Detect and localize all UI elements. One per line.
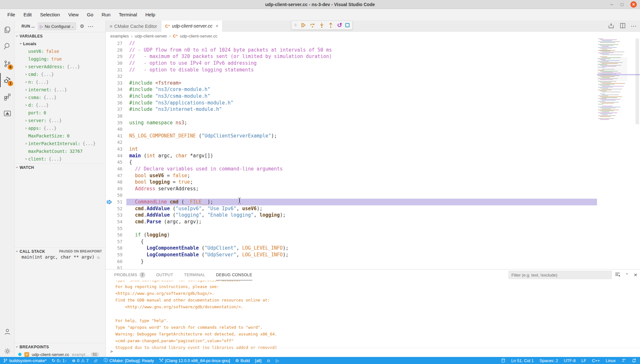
launch-target-item[interactable]: ▷	[276, 358, 279, 363]
cmake-kit-item[interactable]: [Clang 12.0.0 x86_64-pc-linux-gnu]	[159, 358, 230, 363]
line-number[interactable]: 58	[106, 245, 122, 252]
chevron-right-icon[interactable]: ›	[24, 95, 28, 100]
code-line[interactable]: 40	[106, 126, 640, 133]
editor-scrollbar[interactable]	[636, 38, 639, 124]
variable-row[interactable]: ›client:{...}	[14, 155, 106, 163]
settings-gear-icon[interactable]	[0, 344, 14, 358]
language-mode-item[interactable]: C++	[592, 358, 600, 363]
minimize-button[interactable]: –	[609, 1, 615, 8]
step-over-button[interactable]	[309, 22, 316, 28]
variable-row[interactable]: ›d:{...}	[14, 101, 106, 109]
line-number[interactable]: 55	[106, 225, 122, 232]
variable-row[interactable]: ›n:{...}	[14, 78, 106, 86]
variables-section-header[interactable]: › VARIABLES	[14, 32, 106, 40]
split-editor-icon[interactable]	[619, 22, 626, 30]
code-line[interactable]: 57 {	[106, 238, 640, 245]
code-line[interactable]: 32	[106, 73, 640, 80]
line-number[interactable]: 30	[106, 60, 122, 67]
close-tab-icon[interactable]: ×	[216, 23, 218, 29]
continue-button[interactable]	[300, 22, 306, 28]
line-number[interactable]: 45	[106, 159, 122, 166]
code-line[interactable]: 44main (int argc, char *argv[])	[106, 153, 640, 159]
breakpoint-checkbox[interactable]: ✓	[24, 352, 29, 357]
extensions-icon[interactable]	[0, 90, 14, 104]
tab-udp-client-server[interactable]: C⁺ udp-client-server.cc ×	[161, 21, 223, 32]
chevron-right-icon[interactable]: ›	[24, 118, 28, 123]
code-line[interactable]: 38	[106, 113, 640, 120]
menu-help[interactable]: Help	[141, 9, 159, 21]
line-number[interactable]: 36	[106, 100, 122, 106]
line-number[interactable]: 54	[106, 219, 122, 225]
sync-changes-item[interactable]: ↻ 0↓ 1↑	[52, 358, 67, 363]
line-number[interactable]: 32	[106, 73, 122, 80]
line-number[interactable]: 42	[106, 139, 122, 146]
launch-config-dropdown[interactable]: ▷ No Configural ⌄	[38, 22, 76, 30]
problems-item[interactable]: ⊗ 0 ⚠ 7	[72, 358, 88, 363]
cmake-build-item[interactable]: ⚙ Build	[235, 358, 250, 363]
line-number[interactable]: 31	[106, 67, 122, 73]
line-number[interactable]: 34	[106, 86, 122, 93]
line-number[interactable]: 51	[106, 199, 122, 205]
code-line[interactable]: 30// - option to use IPv4 or IPv6 addres…	[106, 60, 640, 67]
line-number[interactable]: 43	[106, 146, 122, 153]
menu-file[interactable]: File	[3, 9, 19, 21]
maximize-panel-icon[interactable]: ⌃	[625, 272, 629, 277]
code-line[interactable]: 36#include "ns3/applications-module.h"	[106, 100, 640, 106]
line-number[interactable]: 53	[106, 212, 122, 219]
code-line[interactable]: 58 LogComponentEnable ("UdpClient", LOG_…	[106, 245, 640, 252]
variable-row[interactable]: MaxPacketSize:0	[14, 132, 106, 140]
cursor-position-item[interactable]: Ln 51, Col 1	[511, 358, 534, 363]
console-filter-input[interactable]	[509, 271, 612, 279]
tab-problems[interactable]: PROBLEMS 7	[114, 269, 145, 280]
clear-console-icon[interactable]	[615, 272, 620, 278]
git-branch-item[interactable]: buildsystem-cmake*	[3, 358, 46, 363]
menu-selection[interactable]: Selection	[36, 9, 64, 21]
watch-section-header[interactable]: › WATCH	[14, 163, 106, 171]
code-line[interactable]: 60 }	[106, 258, 640, 265]
code-line[interactable]: 52 cmd.AddValue ("useIpv6", "Use Ipv6", …	[106, 205, 640, 212]
line-number[interactable]: 27	[106, 40, 122, 47]
line-number[interactable]: 49	[106, 186, 122, 192]
code-line[interactable]: 45{	[106, 159, 640, 166]
code-line[interactable]: 46 // Declare variables used in command-…	[106, 166, 640, 172]
step-out-button[interactable]	[328, 22, 334, 28]
line-number[interactable]: 61	[106, 265, 122, 269]
minimap[interactable]	[597, 38, 627, 122]
variable-row[interactable]: ›apps:{...}	[14, 124, 106, 132]
debug-status-icon[interactable]	[94, 358, 98, 363]
code-line[interactable]: 49 Address serverAddress;	[106, 186, 640, 192]
code-editor[interactable]: 27//28// - UDP flow from n0 to n1 of 102…	[106, 40, 640, 269]
code-line[interactable]: 54 cmd.Parse (argc, argv);	[106, 219, 640, 225]
code-line[interactable]: 29// - maximum of 320 packets sent (or l…	[106, 53, 640, 60]
indentation-item[interactable]: Spaces: 2	[540, 358, 558, 363]
breakpoints-section-header[interactable]: › BREAKPOINTS	[14, 343, 106, 351]
line-number[interactable]: 56	[106, 232, 122, 238]
menu-edit[interactable]: Edit	[19, 9, 36, 21]
console-input-prompt[interactable]: >	[110, 349, 113, 354]
line-number[interactable]: 44	[106, 153, 122, 159]
variable-row[interactable]: ›server:{...}	[14, 117, 106, 124]
code-line[interactable]: 41NS_LOG_COMPONENT_DEFINE ("UdpClientSer…	[106, 133, 640, 139]
code-line[interactable]: 31// - option to disable logging stateme…	[106, 67, 640, 73]
source-control-icon[interactable]: 6	[0, 57, 14, 71]
chevron-right-icon[interactable]: ›	[24, 126, 28, 130]
variable-row[interactable]: ›internet:{...}	[14, 86, 106, 94]
code-line[interactable]: 51 CommandLine cmd (__FILE__);	[106, 199, 640, 205]
line-number[interactable]: 47	[106, 172, 122, 179]
line-number[interactable]: 59	[106, 252, 122, 258]
code-line[interactable]: 48 bool logging = true;	[106, 179, 640, 186]
maximize-button[interactable]: ▢	[619, 1, 625, 8]
code-line[interactable]: 39using namespace ns3;	[106, 120, 640, 126]
more-actions-icon[interactable]: ···	[88, 24, 94, 29]
line-number[interactable]: 52	[106, 205, 122, 212]
tab-terminal[interactable]: TERMINAL	[184, 269, 205, 280]
code-line[interactable]: 50	[106, 192, 640, 199]
line-number[interactable]: 33	[106, 80, 122, 87]
notifications-bell-icon[interactable]	[632, 358, 636, 363]
chevron-right-icon[interactable]: ›	[24, 80, 28, 84]
close-button[interactable]: ✕	[630, 1, 637, 8]
menu-go[interactable]: Go	[83, 9, 97, 21]
chevron-right-icon[interactable]: ›	[24, 157, 28, 161]
line-number[interactable]: 35	[106, 93, 122, 100]
test-panel-icon[interactable]	[0, 106, 14, 120]
